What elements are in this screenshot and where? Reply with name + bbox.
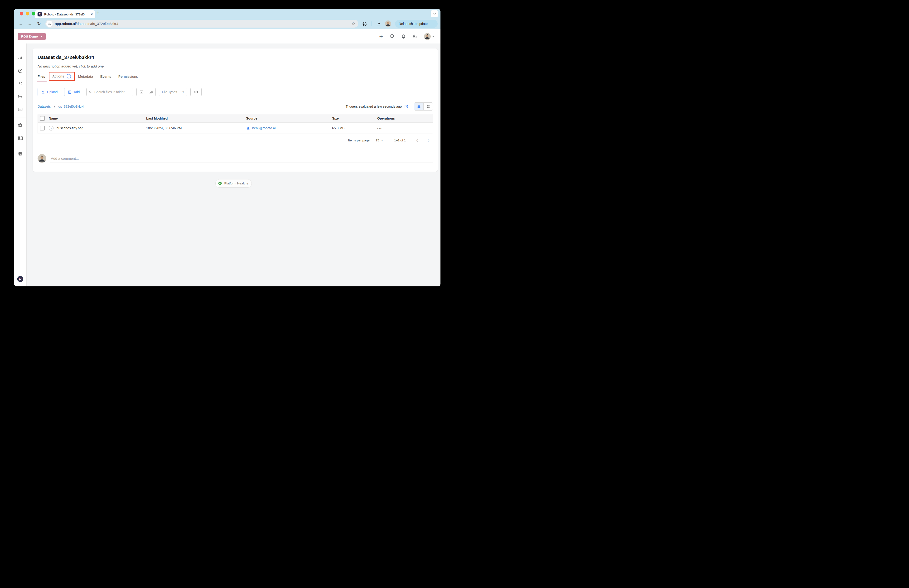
downloads-icon[interactable]: [375, 20, 383, 28]
search-icon[interactable]: [389, 34, 395, 39]
browser-tabstrip: R Roboto - Dataset - ds_372el0 ✕ +: [14, 9, 441, 18]
storefront-icon: [18, 94, 23, 99]
close-window-button[interactable]: [20, 12, 23, 15]
forward-button[interactable]: →: [26, 20, 34, 28]
roboto-logo[interactable]: R: [17, 275, 24, 283]
items-per-page-select[interactable]: 25 ▼: [376, 139, 383, 142]
media-filter-group: [136, 88, 156, 96]
breadcrumb-current-link[interactable]: ds_372el0b3kkr4: [58, 105, 84, 108]
breadcrumb-row: Datasets › ds_372el0b3kkr4 Triggers eval…: [37, 102, 433, 110]
select-all-checkbox[interactable]: [40, 116, 45, 121]
dark-mode-moon-icon[interactable]: [412, 34, 417, 39]
caret-down-icon: ▼: [381, 139, 383, 142]
compass-icon: [18, 68, 23, 73]
grid-view-button[interactable]: [423, 103, 433, 110]
create-new-button[interactable]: +: [379, 33, 383, 40]
tab-files[interactable]: Files: [37, 74, 45, 82]
sidebar-item-ai[interactable]: [17, 81, 23, 87]
browser-menu-icon[interactable]: ⋮: [430, 22, 436, 26]
open-in-new-icon[interactable]: [404, 104, 408, 108]
eye-icon: [194, 90, 199, 94]
file-source-link[interactable]: benji@roboto.ai: [252, 126, 276, 130]
sidebar-item-marketplace[interactable]: [17, 94, 23, 99]
tab-search-button[interactable]: [431, 10, 438, 17]
new-tab-button[interactable]: +: [96, 10, 100, 16]
breadcrumb-datasets-link[interactable]: Datasets: [37, 105, 51, 108]
tab-actions[interactable]: Actions: [52, 74, 71, 82]
person-icon: [246, 126, 250, 130]
dataset-card: Dataset ds_372el0b3kkr4 No description a…: [33, 48, 438, 171]
magnifier-icon: [89, 90, 92, 94]
caret-down-icon: ▼: [40, 35, 43, 38]
card-view-icon: [18, 107, 23, 112]
next-page-button[interactable]: ›: [428, 137, 429, 143]
relaunch-to-update-button[interactable]: Relaunch to update ⋮: [395, 20, 438, 28]
expand-chevron-icon[interactable]: ›: [49, 126, 53, 131]
active-tab-underline: [37, 82, 47, 82]
file-name[interactable]: nuscenes-tiny.bag: [57, 126, 84, 130]
sidebar-item-collections[interactable]: [17, 107, 23, 112]
tab-title: Roboto - Dataset - ds_372el0: [44, 13, 89, 16]
file-size: 65.9 MB: [332, 126, 377, 130]
items-per-page-label: Items per page:: [348, 139, 370, 142]
tab-metadata[interactable]: Metadata: [78, 74, 93, 82]
image-icon: [139, 90, 144, 94]
file-search[interactable]: [86, 88, 133, 96]
triggers-status-text: Triggers evaluated a few seconds ago: [346, 105, 402, 108]
shield-user-icon: [18, 152, 23, 157]
screenshot-stage: R Roboto - Dataset - ds_372el0 ✕ + ← → ↻…: [0, 0, 454, 294]
back-button[interactable]: ←: [17, 20, 25, 28]
sidebar-item-explore[interactable]: [17, 68, 23, 74]
roboto-favicon: R: [37, 12, 42, 17]
workspace-selector[interactable]: ROS Demo ▼: [18, 33, 46, 40]
upload-icon: [41, 90, 45, 94]
check-circle-icon: [218, 181, 222, 186]
caret-down-icon: ▼: [182, 91, 184, 94]
user-avatar[interactable]: [424, 33, 431, 40]
gear-icon: [18, 123, 23, 128]
minimize-window-button[interactable]: [26, 12, 29, 15]
browser-profile-avatar[interactable]: [385, 21, 391, 27]
notifications-bell-icon[interactable]: [401, 34, 406, 39]
chevron-down-icon: [433, 12, 436, 15]
dataset-description[interactable]: No description added yet, click to add o…: [37, 64, 433, 68]
book-icon: [18, 136, 23, 141]
tab-events[interactable]: Events: [100, 74, 111, 82]
visibility-toggle-button[interactable]: [191, 88, 202, 96]
table-row[interactable]: › nuscenes-tiny.bag 10/29/2024, 8:56:46 …: [38, 123, 433, 134]
tab-close-icon[interactable]: ✕: [90, 13, 93, 16]
refresh-button[interactable]: ↻: [35, 20, 43, 28]
sidebar-item-datasets[interactable]: [17, 55, 23, 61]
comment-section: [37, 154, 433, 163]
zoom-window-button[interactable]: [32, 12, 35, 15]
platform-status-badge[interactable]: Platform Healthy: [215, 179, 252, 187]
videos-filter-button[interactable]: [146, 88, 155, 96]
tab-permissions[interactable]: Permissions: [118, 74, 138, 82]
upload-button[interactable]: Upload: [37, 88, 61, 96]
address-bar[interactable]: app.roboto.ai/datasets/ds_372el0b3kkr4 ☆: [45, 20, 358, 27]
video-camera-icon: [149, 90, 153, 94]
commenter-avatar: [37, 154, 46, 163]
site-settings-icon[interactable]: [46, 21, 53, 27]
list-view-button[interactable]: [414, 103, 423, 110]
file-last-modified: 10/29/2024, 8:56:46 PM: [146, 126, 246, 130]
file-types-select[interactable]: File Types ▼: [159, 88, 187, 96]
comment-input[interactable]: [50, 155, 433, 163]
extensions-icon[interactable]: [361, 20, 369, 28]
user-menu[interactable]: [424, 33, 435, 40]
bookmark-star-icon[interactable]: ☆: [351, 21, 355, 26]
add-button[interactable]: Add: [64, 88, 83, 96]
browser-tab[interactable]: R Roboto - Dataset - ds_372el0 ✕: [35, 10, 95, 18]
browser-toolbar: ← → ↻ app.roboto.ai/datasets/ds_372el0b3…: [14, 18, 441, 29]
column-header-last-modified: Last Modified: [146, 116, 246, 120]
sidebar-item-admin[interactable]: [17, 151, 23, 157]
search-files-input[interactable]: [94, 90, 131, 94]
breadcrumb-separator: ›: [54, 105, 55, 108]
row-checkbox[interactable]: [40, 126, 45, 131]
grid-view-icon: [426, 105, 430, 108]
sidebar-item-docs[interactable]: [17, 135, 23, 141]
previous-page-button[interactable]: ‹: [416, 137, 418, 143]
images-filter-button[interactable]: [137, 88, 146, 96]
sidebar-item-settings[interactable]: [17, 123, 23, 128]
row-operations-menu[interactable]: •••: [377, 126, 433, 130]
